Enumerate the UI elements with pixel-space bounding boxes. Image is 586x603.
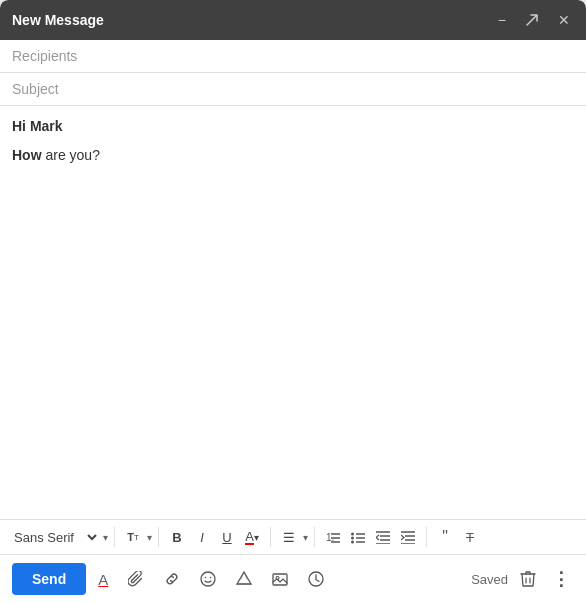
svg-point-8 xyxy=(351,541,354,544)
photos-icon xyxy=(272,571,288,587)
attachment-button[interactable] xyxy=(124,567,148,591)
scheduled-send-button[interactable] xyxy=(304,567,328,591)
send-button[interactable]: Send xyxy=(12,563,86,595)
quote-group: " T xyxy=(433,524,482,550)
scheduled-send-icon xyxy=(308,571,324,587)
drive-icon xyxy=(236,571,252,587)
bulleted-list-button[interactable] xyxy=(346,526,370,548)
indent-more-icon xyxy=(401,530,415,544)
numbered-list-icon: 1. xyxy=(326,530,340,544)
svg-rect-21 xyxy=(273,574,287,585)
clear-formatting-button[interactable]: T xyxy=(458,526,482,549)
svg-point-20 xyxy=(210,577,212,579)
link-icon xyxy=(164,571,180,587)
font-family-group: Sans Serif Serif Monospace ▾ xyxy=(8,527,108,548)
indent-more-button[interactable] xyxy=(396,526,420,548)
body-area[interactable]: Hi Mark How are you? xyxy=(0,106,586,519)
font-family-select[interactable]: Sans Serif Serif Monospace xyxy=(8,527,100,548)
bottom-bar: Send A xyxy=(0,555,586,603)
font-size-button[interactable]: TT xyxy=(121,527,145,547)
saved-label: Saved xyxy=(471,572,508,587)
sep-3 xyxy=(270,527,271,547)
recipients-row xyxy=(0,40,586,73)
close-button[interactable]: ✕ xyxy=(554,10,574,30)
subject-input[interactable] xyxy=(12,81,574,97)
svg-point-18 xyxy=(201,572,215,586)
body-how: How xyxy=(12,147,42,163)
photos-button[interactable] xyxy=(268,567,292,591)
font-size-group: TT ▾ xyxy=(121,527,152,547)
list-group: 1. xyxy=(321,526,420,548)
drive-button[interactable] xyxy=(232,567,256,591)
italic-button[interactable]: I xyxy=(190,526,214,549)
body-greeting: Hi Mark xyxy=(12,116,574,137)
sep-5 xyxy=(426,527,427,547)
numbered-list-button[interactable]: 1. xyxy=(321,526,345,548)
body-rest: are you? xyxy=(42,147,100,163)
indent-less-icon xyxy=(376,530,390,544)
trash-icon xyxy=(520,570,536,588)
svg-point-4 xyxy=(351,533,354,536)
svg-point-6 xyxy=(351,537,354,540)
compose-window: New Message − ✕ Hi Mark How are you? San xyxy=(0,0,586,603)
bulleted-list-icon xyxy=(351,530,365,544)
recipients-input[interactable] xyxy=(12,48,574,64)
subject-row xyxy=(0,73,586,106)
align-group: ☰ ▾ xyxy=(277,526,308,549)
format-text-button[interactable]: A xyxy=(94,567,112,592)
svg-point-19 xyxy=(205,577,207,579)
font-family-arrow: ▾ xyxy=(103,532,108,543)
more-options-button[interactable]: ⋮ xyxy=(548,564,574,594)
text-format-group: B I U A▾ xyxy=(165,526,264,549)
formatting-toolbar: Sans Serif Serif Monospace ▾ TT ▾ B I U … xyxy=(0,519,586,555)
underline-button[interactable]: U xyxy=(215,526,239,549)
title-bar: New Message − ✕ xyxy=(0,0,586,40)
attachment-icon xyxy=(128,571,144,587)
expand-button[interactable] xyxy=(522,12,542,28)
minimize-button[interactable]: − xyxy=(494,10,510,30)
sep-1 xyxy=(114,527,115,547)
trash-button[interactable] xyxy=(516,566,540,592)
bold-button[interactable]: B xyxy=(165,526,189,549)
blockquote-button[interactable]: " xyxy=(433,524,457,550)
emoji-button[interactable] xyxy=(196,567,220,591)
sep-2 xyxy=(158,527,159,547)
align-button[interactable]: ☰ xyxy=(277,526,301,549)
text-color-button[interactable]: A▾ xyxy=(240,526,264,549)
indent-less-button[interactable] xyxy=(371,526,395,548)
link-button[interactable] xyxy=(160,567,184,591)
saved-area: Saved ⋮ xyxy=(471,564,574,594)
sep-4 xyxy=(314,527,315,547)
body-question: How are you? xyxy=(12,145,574,166)
title-bar-controls: − ✕ xyxy=(494,10,574,30)
window-title: New Message xyxy=(12,12,104,28)
format-text-icon: A xyxy=(98,571,108,588)
font-size-arrow: ▾ xyxy=(147,532,152,543)
emoji-icon xyxy=(200,571,216,587)
bottom-icons: A xyxy=(94,567,463,592)
align-arrow: ▾ xyxy=(303,532,308,543)
